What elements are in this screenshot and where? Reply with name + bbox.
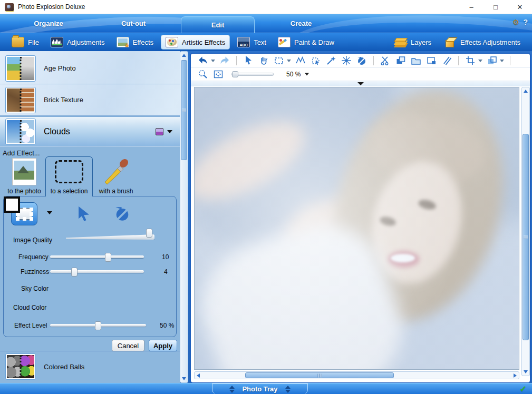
frequency-slider[interactable] [50,255,144,258]
tray-spinner-left-icon[interactable] [229,386,235,393]
undo-dropdown-icon[interactable] [211,60,215,62]
effects-list-scrollbar[interactable] [180,51,188,383]
canvas-scroll-right-icon[interactable] [514,373,517,378]
marquee-dropdown-icon[interactable] [287,60,291,62]
effect-level-label: Effect Level [14,322,47,329]
artistic-effects-button[interactable]: Artistic Effects [161,35,230,50]
effect-level-value: 50 % [160,322,174,329]
fit-to-window-icon[interactable] [212,68,224,80]
minimize-button[interactable]: – [459,0,483,14]
arrange-dropdown-icon[interactable] [500,60,504,62]
mode-to-the-photo[interactable]: to the photo [4,156,44,196]
crop-dropdown-icon[interactable] [478,60,482,62]
brush-mode-icon [102,157,130,185]
cloud-color-label: Cloud Color [13,304,46,311]
effect-variant-dropdown-icon[interactable] [167,130,172,133]
frequency-thumb[interactable] [105,253,111,262]
effect-variant-icon[interactable] [156,128,163,135]
layers-icon [394,37,407,47]
canvas-horizontal-scrollbar[interactable] [194,371,519,379]
photo-tray-tab[interactable]: Photo Tray [212,383,308,394]
effects-picture-icon [117,37,129,47]
paste-into-icon[interactable] [425,55,437,66]
hand-tool-icon[interactable] [258,55,269,66]
image-quality-slider[interactable] [66,234,154,240]
apply-button[interactable]: Apply [149,340,177,351]
adjustments-button[interactable]: Adjustments [46,35,109,49]
zoom-value[interactable]: 50 % [286,71,301,78]
tab-cut-out[interactable]: Cut-out [107,14,160,33]
help-icon[interactable]: ? [523,18,528,26]
canvas-vscrollbar-thumb[interactable] [523,134,529,340]
sky-color-label: Sky Color [21,285,49,292]
scroll-down-icon[interactable] [182,377,186,380]
copy-icon[interactable] [395,55,407,66]
canvas-vertical-scrollbar[interactable] [521,87,530,376]
brick-texture-thumbnail [5,87,36,113]
toolbar-collapse-bar[interactable] [191,81,530,86]
cut-scissors-icon[interactable] [380,55,391,66]
arrange-icon[interactable] [486,55,498,66]
canvas-scroll-down-icon[interactable] [524,370,528,373]
smart-wand-tool-icon[interactable] [341,55,352,66]
app-icon [5,3,14,11]
effects-button[interactable]: Effects [112,35,158,49]
scroll-up-icon[interactable] [182,54,186,57]
shape-select-tool-icon2[interactable] [356,55,367,66]
zoom-slider-thumb[interactable] [232,71,238,77]
effect-item-brick-texture[interactable]: Brick Texture [0,84,180,115]
zoom-dropdown-icon[interactable] [305,73,309,76]
lasso-tool-icon[interactable] [295,55,306,66]
pointer-tool-button[interactable] [75,205,93,223]
tool-dropdown-icon[interactable] [47,211,52,214]
tab-create[interactable]: Create [275,14,327,33]
pointer-tool-icon[interactable] [243,55,254,66]
zoom-tool-icon[interactable] [197,68,209,80]
zoom-toolbar: 50 % [191,68,530,81]
maximize-button[interactable]: □ [483,0,508,14]
canvas-scroll-up-icon[interactable] [524,90,528,93]
cloud-color-swatch[interactable] [4,196,20,213]
cancel-button[interactable]: Cancel [112,340,144,351]
effects-list-scrollbar-thumb[interactable] [181,60,187,160]
toolbar-separator [458,56,459,65]
crop-tool-icon[interactable] [465,55,476,66]
undo-button[interactable] [197,55,209,66]
paint-draw-button[interactable]: Paint & Draw [274,35,338,49]
text-abc-icon: ABC [237,37,250,47]
magic-wand-tool-icon[interactable] [325,55,337,66]
marquee-tool-icon[interactable] [273,55,285,66]
shape-select-tool-button[interactable] [113,205,131,223]
tray-confirm-check-icon[interactable]: ✓ [520,384,527,394]
tray-spinner-right-icon[interactable] [285,386,291,393]
toolbar-separator [373,56,374,65]
effect-level-slider[interactable] [50,324,146,327]
fuzziness-thumb[interactable] [71,268,78,277]
text-button[interactable]: ABC Text [233,35,270,49]
effect-level-thumb[interactable] [95,321,101,330]
fuzziness-slider[interactable] [50,270,144,273]
tab-edit[interactable]: Edit [181,16,255,33]
polygon-select-tool-icon[interactable] [310,55,322,66]
effect-item-colored-balls[interactable]: Colored Balls [0,352,180,381]
canvas-scroll-left-icon[interactable] [197,373,200,378]
eraser-icon[interactable] [441,55,452,66]
file-button[interactable]: File [7,35,43,49]
zoom-slider[interactable] [232,71,273,77]
adjustments-histogram-icon [51,37,63,47]
mode-to-a-selection[interactable]: to a selection [45,156,93,196]
effect-item-age-photo[interactable]: Age Photo [0,53,180,84]
photo-canvas[interactable] [194,87,519,370]
close-button[interactable]: ✕ [508,0,532,14]
tab-organize[interactable]: Organize [21,14,76,33]
effect-item-clouds-selected[interactable]: Clouds [0,116,180,146]
layers-button[interactable]: Layers [390,35,436,49]
image-quality-thumb[interactable] [146,229,152,238]
add-effect-label: Add Effect... [3,149,40,157]
effects-adjustments-button[interactable]: Effects Adjustments [440,35,525,49]
settings-gear-icon[interactable]: ⚙ [512,18,519,26]
canvas-hscrollbar-thumb[interactable] [245,372,394,378]
paste-icon[interactable] [410,55,422,66]
redo-button[interactable] [219,55,230,66]
mode-with-a-brush[interactable]: with a brush [94,156,138,196]
